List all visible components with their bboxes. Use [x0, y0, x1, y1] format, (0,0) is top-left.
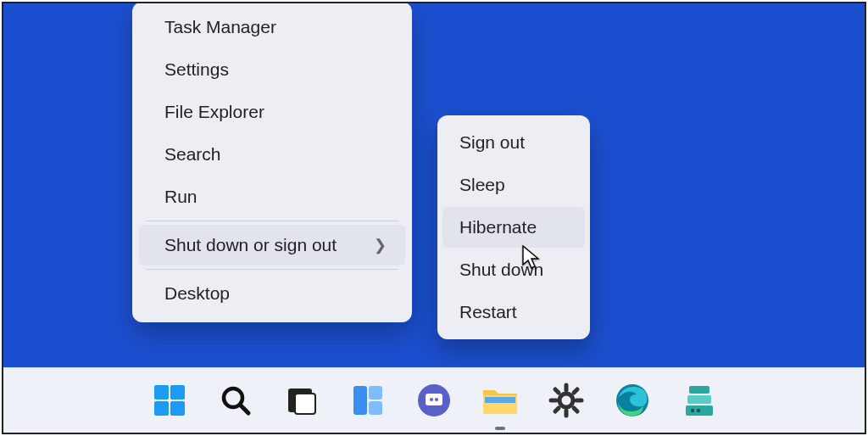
menu-item-run[interactable]: Run — [139, 176, 405, 217]
menu-item-label: Sleep — [459, 175, 505, 195]
task-view-icon — [285, 383, 319, 417]
menu-item-label: Sign out — [459, 132, 525, 153]
taskbar — [3, 367, 865, 433]
taskbar-file-explorer-button[interactable] — [476, 376, 525, 425]
menu-item-label: Hibernate — [459, 217, 537, 238]
taskbar-server-manager-button[interactable] — [674, 376, 723, 425]
svg-rect-2 — [154, 401, 169, 416]
search-icon — [219, 383, 253, 417]
svg-rect-16 — [485, 397, 515, 403]
submenu-item-sleep[interactable]: Sleep — [442, 165, 585, 205]
svg-point-17 — [559, 394, 573, 407]
svg-line-24 — [555, 408, 559, 411]
svg-line-25 — [574, 389, 577, 393]
menu-item-search[interactable]: Search — [139, 134, 405, 175]
taskbar-start-button[interactable] — [145, 376, 194, 425]
screenshot-frame: Task Manager Settings File Explorer Sear… — [2, 2, 866, 434]
menu-item-label: Settings — [164, 59, 229, 80]
taskbar-widgets-button[interactable] — [343, 376, 392, 425]
submenu-item-shut-down[interactable]: Shut down — [442, 249, 585, 290]
shutdown-submenu: Sign out Sleep Hibernate Shut down Resta… — [437, 115, 590, 339]
svg-rect-9 — [369, 386, 382, 400]
taskbar-chat-button[interactable] — [409, 376, 459, 425]
menu-separator — [146, 269, 398, 270]
svg-rect-27 — [689, 386, 709, 394]
menu-item-shutdown-signout[interactable]: Shut down or sign out ❯ — [139, 225, 405, 266]
gear-icon — [548, 383, 584, 418]
svg-rect-8 — [353, 386, 367, 415]
menu-item-label: Restart — [459, 302, 517, 322]
svg-line-5 — [240, 405, 248, 413]
svg-point-31 — [697, 409, 700, 412]
taskbar-settings-button[interactable] — [542, 376, 591, 425]
menu-item-label: Task Manager — [164, 17, 276, 37]
edge-icon — [615, 383, 650, 418]
menu-item-label: Run — [164, 187, 198, 207]
svg-point-13 — [430, 398, 433, 401]
menu-item-label: Desktop — [164, 283, 230, 304]
svg-rect-7 — [295, 394, 315, 414]
menu-item-desktop[interactable]: Desktop — [139, 273, 405, 314]
taskbar-search-button[interactable] — [211, 376, 260, 425]
svg-line-23 — [574, 408, 577, 411]
chevron-right-icon: ❯ — [374, 236, 387, 254]
svg-rect-10 — [369, 401, 382, 415]
widgets-icon — [351, 383, 385, 417]
submenu-item-sign-out[interactable]: Sign out — [442, 122, 585, 163]
svg-rect-0 — [154, 385, 169, 400]
svg-rect-3 — [170, 401, 185, 416]
folder-icon — [481, 383, 519, 417]
power-user-menu: Task Manager Settings File Explorer Sear… — [132, 2, 412, 322]
svg-point-30 — [691, 409, 694, 412]
menu-item-label: Shut down or sign out — [164, 235, 337, 255]
svg-line-22 — [555, 389, 559, 393]
submenu-item-hibernate[interactable]: Hibernate — [442, 207, 585, 248]
menu-item-label: File Explorer — [164, 102, 264, 122]
menu-separator — [146, 221, 398, 221]
submenu-item-restart[interactable]: Restart — [442, 292, 585, 333]
menu-item-label: Search — [164, 144, 221, 165]
svg-rect-12 — [426, 394, 442, 405]
start-icon — [153, 383, 186, 417]
svg-rect-28 — [687, 395, 711, 404]
menu-item-task-manager[interactable]: Task Manager — [139, 7, 405, 48]
menu-item-settings[interactable]: Settings — [139, 49, 405, 90]
menu-item-file-explorer[interactable]: File Explorer — [139, 92, 405, 132]
chat-icon — [416, 383, 452, 418]
taskbar-edge-button[interactable] — [608, 376, 657, 425]
svg-point-14 — [435, 398, 438, 401]
menu-item-label: Shut down — [459, 260, 543, 280]
server-icon — [681, 383, 716, 418]
svg-rect-1 — [170, 385, 185, 400]
taskbar-task-view-button[interactable] — [277, 376, 326, 425]
